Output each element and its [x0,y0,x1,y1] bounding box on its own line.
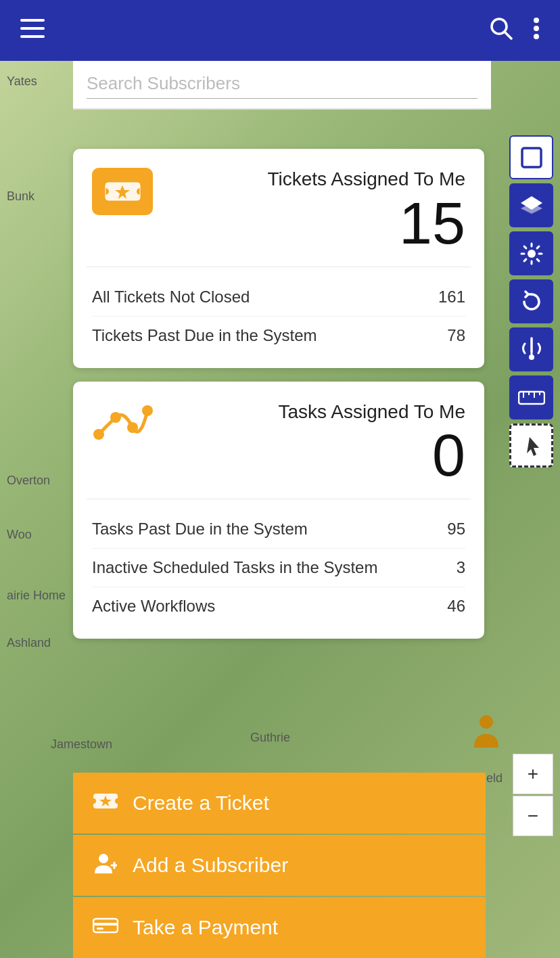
all-tickets-value: 161 [438,288,465,306]
create-ticket-icon [92,791,119,816]
add-subscriber-icon [92,852,119,880]
tickets-stats: All Tickets Not Closed 161 Tickets Past … [73,267,484,368]
ruler-tool[interactable] [509,375,553,419]
tasks-past-due-value: 95 [447,520,465,539]
settings-tool[interactable] [509,231,553,275]
svg-point-6 [534,26,539,31]
svg-rect-39 [97,928,103,930]
svg-point-11 [528,250,536,258]
active-workflows-value: 46 [447,597,465,616]
right-toolbar [509,135,560,469]
all-tickets-label: All Tickets Not Closed [92,288,250,306]
tasks-past-due-label: Tasks Past Due in the System [92,520,308,539]
tasks-stat-row-0: Tasks Past Due in the System 95 [92,510,465,548]
zoom-in-button[interactable]: + [513,754,553,794]
svg-line-4 [505,32,511,39]
tickets-icon [92,168,153,215]
signal-tool[interactable] [509,327,553,371]
past-due-label: Tickets Past Due in the System [92,326,317,345]
tasks-card-title: Tasks Assigned To Me [166,401,465,424]
search-icon[interactable] [490,17,513,45]
action-buttons-container: Create a Ticket Add a Subscriber Take a … [73,773,486,958]
svg-point-29 [480,715,493,729]
tasks-icon [92,401,153,448]
stat-row-0: All Tickets Not Closed 161 [92,278,465,316]
zoom-controls: + − [513,754,553,836]
add-subscriber-button[interactable]: Add a Subscriber [73,835,486,896]
svg-point-34 [99,854,108,863]
top-navigation-bar [0,0,560,61]
past-due-value: 78 [447,326,465,345]
search-bar-container [73,61,491,110]
stat-row-1: Tickets Past Due in the System 78 [92,316,465,355]
svg-rect-0 [20,19,45,22]
add-subscriber-label: Add a Subscriber [133,854,288,877]
refresh-tool[interactable] [509,279,553,323]
svg-rect-2 [20,35,45,38]
active-workflows-label: Active Workflows [92,597,215,616]
zoom-out-button[interactable]: − [513,796,553,836]
svg-rect-15 [519,392,544,404]
search-input[interactable] [87,73,477,99]
map-layers-tool[interactable] [509,183,553,227]
tickets-card-count: 15 [166,193,465,253]
map-square-tool[interactable] [509,135,553,179]
svg-point-5 [534,18,539,23]
svg-rect-1 [20,27,45,30]
tasks-stat-row-2: Active Workflows 46 [92,587,465,625]
tasks-stat-row-1: Inactive Scheduled Tasks in the System 3 [92,548,465,587]
create-ticket-button[interactable]: Create a Ticket [73,773,486,834]
person-map-icon [473,714,499,755]
create-ticket-label: Create a Ticket [133,792,269,815]
inactive-tasks-label: Inactive Scheduled Tasks in the System [92,558,377,577]
more-options-icon[interactable] [533,17,540,45]
take-payment-label: Take a Payment [133,916,278,939]
inactive-tasks-value: 3 [457,558,465,577]
svg-rect-8 [522,148,541,167]
tickets-card: Tickets Assigned To Me 15 All Tickets No… [73,149,484,368]
take-payment-icon [92,916,119,940]
tasks-card: Tasks Assigned To Me 0 Tasks Past Due in… [73,382,484,639]
select-tool[interactable] [509,424,553,467]
tasks-stats: Tasks Past Due in the System 95 Inactive… [73,499,484,639]
menu-icon[interactable] [20,19,45,43]
take-payment-button[interactable]: Take a Payment [73,897,486,958]
tickets-card-title: Tickets Assigned To Me [166,168,465,191]
svg-point-7 [534,34,539,39]
cards-container: Tickets Assigned To Me 15 All Tickets No… [73,149,484,652]
tasks-card-count: 0 [166,426,465,485]
